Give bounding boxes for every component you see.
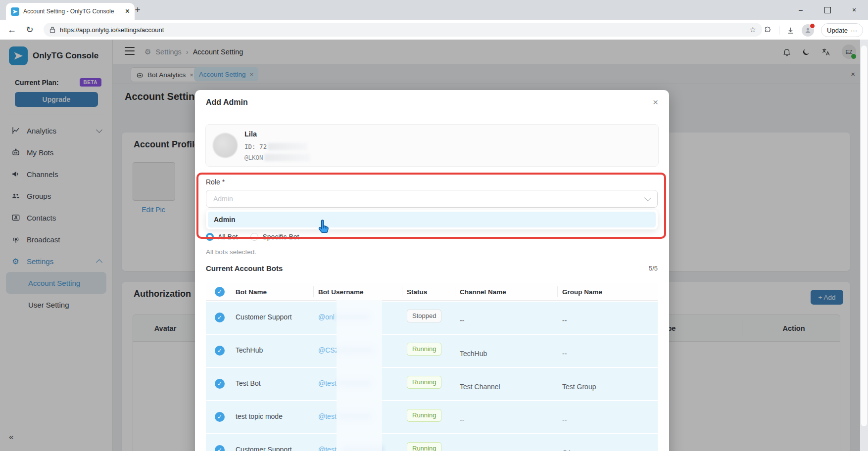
table-row[interactable]: ✓ Customer Support @onl Stopped -- -- <box>206 302 658 334</box>
user-name: Lila <box>244 130 257 138</box>
column-divider <box>455 286 455 297</box>
table-row[interactable]: ✓ test topic mode @test Running -- -- <box>206 401 658 433</box>
scrollbar-thumb[interactable] <box>861 45 867 426</box>
modal-close-icon[interactable]: × <box>653 97 658 108</box>
role-label: Role * <box>206 178 225 186</box>
privacy-blur-strip <box>337 300 382 451</box>
window-controls: – × <box>790 0 865 20</box>
tab-close-icon[interactable]: × <box>125 7 130 16</box>
row-checkbox[interactable]: ✓ <box>215 313 225 322</box>
user-handle-prefix: @LKON <box>244 154 263 161</box>
group-name: -- <box>562 316 567 324</box>
table-row[interactable]: ✓ Customer Support @test_ Running G1 <box>206 434 658 451</box>
browser-tab-strip: Account Setting - OnlyTG Console × + – × <box>0 0 868 20</box>
radio-specific-bot[interactable]: Specific Bot <box>250 233 299 241</box>
bots-table: ✓ Bot Name Bot Username Status Channel N… <box>206 283 658 451</box>
browser-update-button[interactable]: Update ··· <box>821 23 863 37</box>
window-maximize-button[interactable] <box>817 0 838 19</box>
column-divider <box>313 286 314 297</box>
role-dropdown-menu: Admin <box>206 210 658 229</box>
bots-table-header: ✓ Bot Name Bot Username Status Channel N… <box>206 283 658 301</box>
column-divider <box>402 286 402 297</box>
screen: Account Setting - OnlyTG Console × + – ×… <box>0 0 868 451</box>
user-id-line: ID: 72 <box>244 143 307 150</box>
url-text[interactable]: https://app.onlytg.io/settings/account <box>60 26 745 34</box>
group-name: -- <box>562 416 567 424</box>
channel-name: -- <box>460 316 464 324</box>
status-badge: Running <box>407 409 441 422</box>
row-checkbox[interactable]: ✓ <box>215 346 225 356</box>
bot-name: TechHub <box>236 346 263 354</box>
browser-profile-avatar[interactable] <box>802 24 814 37</box>
new-tab-button[interactable]: + <box>132 4 144 16</box>
channel-name: Test Channel <box>460 383 500 391</box>
bot-scope-radios: All Bot Specific Bot <box>206 233 299 241</box>
maximize-icon <box>824 7 831 13</box>
role-option-admin[interactable]: Admin <box>208 212 656 227</box>
downloads-icon[interactable] <box>786 26 795 35</box>
row-checkbox[interactable]: ✓ <box>215 379 225 389</box>
bot-username-prefix: @test <box>318 412 337 420</box>
group-name: G1 <box>562 449 572 451</box>
column-divider <box>557 286 558 297</box>
role-select-placeholder: Admin <box>213 195 645 203</box>
radio-label: Specific Bot <box>262 233 299 241</box>
menu-dots-icon: ··· <box>851 27 857 34</box>
radio-selected-icon <box>206 233 214 241</box>
bot-username-prefix: @test <box>318 379 337 387</box>
user-handle-line: @LKON <box>244 154 310 161</box>
address-bar[interactable]: https://app.onlytg.io/settings/account ☆ <box>44 23 762 37</box>
bot-username-prefix: @CS2 <box>318 346 338 354</box>
select-all-checkbox[interactable]: ✓ <box>215 287 225 297</box>
toolbar-divider <box>779 26 779 35</box>
profile-notification-dot <box>810 23 815 29</box>
extensions-puzzle-icon[interactable] <box>764 26 772 35</box>
table-row[interactable]: ✓ TechHub @CS2 Running TechHub -- <box>206 335 658 367</box>
page-scrollbar[interactable] <box>860 40 868 451</box>
bot-name: Test Bot <box>236 379 261 387</box>
row-checkbox[interactable]: ✓ <box>215 445 225 451</box>
bot-name: Customer Support <box>236 446 292 451</box>
window-minimize-button[interactable]: – <box>790 0 812 19</box>
lock-icon <box>49 27 55 33</box>
browser-tab-title: Account Setting - OnlyTG Console <box>23 8 121 15</box>
bot-name: test topic mode <box>236 412 283 420</box>
redacted-handle <box>264 154 310 161</box>
selected-user-card: Lila ID: 72 @LKON <box>205 124 659 167</box>
all-bots-selected-note: All bots selected. <box>206 248 256 256</box>
favorite-star-icon[interactable]: ☆ <box>750 25 756 34</box>
radio-all-bot[interactable]: All Bot <box>206 233 238 241</box>
column-bot-username: Bot Username <box>318 288 364 296</box>
back-icon[interactable]: ← <box>6 24 18 36</box>
browser-tab[interactable]: Account Setting - OnlyTG Console × <box>6 3 135 20</box>
table-row[interactable]: ✓ Test Bot @test Running Test Channel Te… <box>206 368 658 400</box>
role-select[interactable]: Admin <box>206 190 658 208</box>
radio-unselected-icon <box>250 233 258 241</box>
status-badge: Running <box>407 343 441 356</box>
redacted-id <box>268 143 307 150</box>
modal-title: Add Admin <box>206 98 248 107</box>
add-admin-modal: Add Admin × Lila ID: 72 @LKON Role * Adm… <box>195 90 669 451</box>
current-account-bots-heading: Current Account Bots <box>206 264 283 272</box>
column-bot-name: Bot Name <box>236 288 267 296</box>
status-badge: Running <box>407 442 441 451</box>
group-name: Test Group <box>562 383 596 391</box>
selected-count: 5/5 <box>649 265 658 272</box>
radio-label: All Bot <box>218 233 238 241</box>
user-avatar-blurred <box>213 133 238 158</box>
group-name: -- <box>562 350 567 358</box>
bot-username-prefix: @onl <box>318 313 335 321</box>
window-close-button[interactable]: × <box>843 0 865 19</box>
row-checkbox[interactable]: ✓ <box>215 412 225 422</box>
channel-name: TechHub <box>460 350 487 358</box>
user-id-prefix: ID: 72 <box>244 143 267 150</box>
status-badge: Running <box>407 376 441 389</box>
channel-name: -- <box>460 416 464 424</box>
update-label: Update <box>827 27 848 34</box>
refresh-icon[interactable]: ↻ <box>24 24 36 36</box>
column-channel-name: Channel Name <box>460 288 506 296</box>
site-favicon-paper-plane-icon <box>11 7 19 16</box>
browser-toolbar: ← ↻ https://app.onlytg.io/settings/accou… <box>0 20 868 40</box>
bot-name: Customer Support <box>236 313 292 321</box>
status-badge: Stopped <box>407 310 441 322</box>
